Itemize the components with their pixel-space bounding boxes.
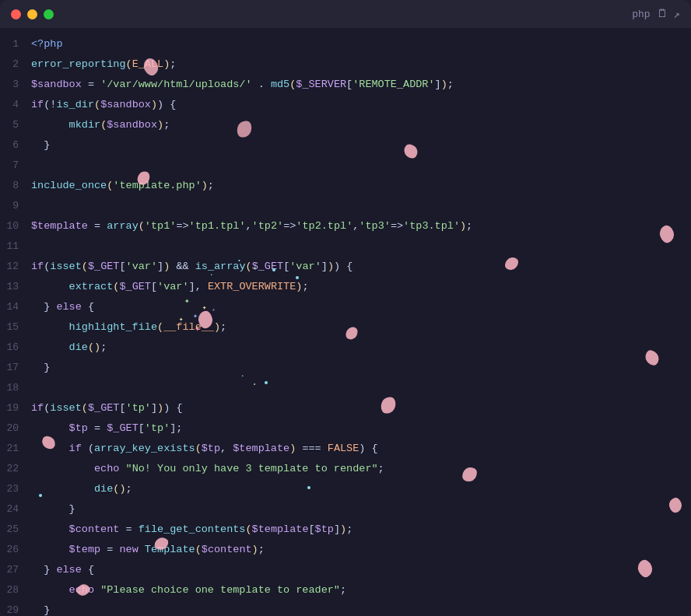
code-line-13: 13 extract($_GET['var'], EXTR_OVERWRITE)…: [0, 277, 691, 297]
close-button[interactable]: [11, 9, 21, 19]
save-icon: 🗒: [657, 8, 668, 20]
code-line-21: 21 if (array_key_exists($tp, $template) …: [0, 439, 691, 459]
sparkle-11: •: [253, 381, 256, 387]
titlebar: php 🗒 ↗: [0, 0, 691, 28]
code-line-1: 1 <?php: [0, 34, 691, 54]
code-line-29: 29 }: [0, 600, 691, 616]
maximize-button[interactable]: [44, 9, 54, 19]
code-line-28: 28 echo "Please choice one template to r…: [0, 580, 691, 600]
code-line-25: 25 $content = file_get_contents($templat…: [0, 520, 691, 540]
code-line-19: 19 if(isset($_GET['tp'])) {: [0, 398, 691, 418]
titlebar-info: php 🗒 ↗: [632, 8, 680, 21]
dot-1: [272, 268, 275, 271]
code-line-2: 2 error_reporting(E_ALL);: [0, 54, 691, 75]
sparkle-9: •: [210, 272, 213, 278]
sparkle-4: *: [212, 307, 216, 314]
code-line-9: 9: [0, 196, 691, 216]
code-line-7: 7: [0, 156, 691, 176]
code-editor[interactable]: 1 <?php 2 error_reporting(E_ALL); 3 $san…: [0, 28, 691, 616]
code-line-18: 18: [0, 378, 691, 398]
traffic-lights: [11, 9, 54, 19]
code-line-22: 22 echo "No! You only have 3 template to…: [0, 459, 691, 479]
code-line-14: 14 } else {: [0, 297, 691, 317]
sparkle-10: •: [241, 373, 244, 379]
code-line-10: 10 $template = array('tp1'=>'tp1.tpl','t…: [0, 216, 691, 236]
minimize-button[interactable]: [27, 9, 37, 19]
sparkle-5: ✦: [195, 323, 200, 334]
sparkle-7: •: [237, 257, 241, 264]
sparkle-2: ✦: [202, 303, 206, 312]
code-line-24: 24 }: [0, 499, 691, 520]
code-line-8: 8 include_once('template.php');: [0, 176, 691, 196]
code-line-12: 12 if(isset($_GET['var']) && is_array($_…: [0, 257, 691, 277]
code-line-20: 20 $tp = $_GET['tp'];: [0, 418, 691, 439]
sparkle-3: ✦: [193, 311, 198, 320]
code-line-11: 11: [0, 236, 691, 257]
code-line-23: 23 die();: [0, 479, 691, 499]
code-line-16: 16 die();: [0, 338, 691, 358]
code-editor-window: php 🗒 ↗ 1 <?php 2 error_reporting(E_ALL)…: [0, 0, 691, 616]
dot-3: [265, 381, 268, 384]
code-line-27: 27 } else {: [0, 560, 691, 580]
code-line-26: 26 $temp = new Template($content);: [0, 540, 691, 560]
code-line-3: 3 $sandbox = '/var/www/html/uploads/' . …: [0, 75, 691, 95]
code-line-17: 17 }: [0, 358, 691, 378]
code-line-4: 4 if(!is_dir($sandbox)) {: [0, 95, 691, 115]
share-icon: ↗: [674, 8, 680, 21]
sparkle-8: •: [253, 264, 257, 271]
code-line-5: 5 mkdir($sandbox);: [0, 115, 691, 135]
sparkle-6: ✦: [179, 315, 183, 324]
file-type-label: php: [632, 9, 650, 20]
dot-4: [307, 486, 310, 489]
dot-5: [39, 494, 42, 497]
code-line-6: 6 }: [0, 135, 691, 156]
sparkle-1: ✦: [184, 296, 190, 306]
dot-2: [296, 276, 299, 279]
